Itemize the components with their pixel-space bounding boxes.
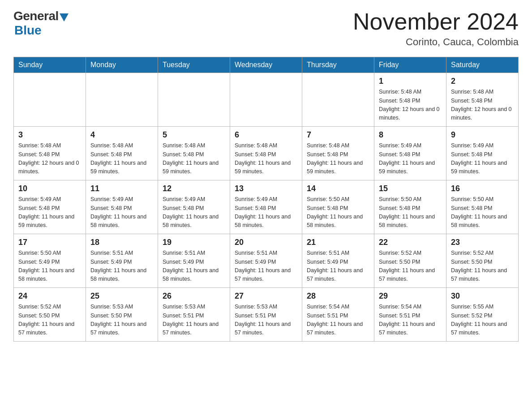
day-number: 16 (451, 184, 514, 193)
calendar-cell: 21Sunrise: 5:51 AM Sunset: 5:49 PM Dayli… (302, 234, 374, 288)
day-info: Sunrise: 5:52 AM Sunset: 5:50 PM Dayligh… (379, 249, 442, 284)
calendar-cell: 13Sunrise: 5:49 AM Sunset: 5:48 PM Dayli… (230, 180, 302, 234)
day-number: 25 (90, 291, 153, 301)
weekday-header-thursday: Thursday (302, 57, 374, 73)
day-number: 21 (307, 238, 369, 247)
logo-general-text: General (13, 9, 59, 23)
day-number: 26 (163, 291, 225, 301)
day-number: 5 (163, 130, 225, 140)
calendar-cell: 23Sunrise: 5:52 AM Sunset: 5:50 PM Dayli… (446, 234, 519, 288)
calendar-cell (158, 73, 230, 127)
weekday-header-tuesday: Tuesday (158, 57, 230, 73)
weekday-header-monday: Monday (86, 57, 158, 73)
location-subtitle: Corinto, Cauca, Colombia (353, 36, 519, 48)
day-info: Sunrise: 5:48 AM Sunset: 5:48 PM Dayligh… (451, 88, 514, 123)
calendar-week-row: 10Sunrise: 5:49 AM Sunset: 5:48 PM Dayli… (14, 180, 519, 234)
day-number: 23 (451, 238, 514, 247)
day-number: 29 (379, 291, 442, 301)
day-info: Sunrise: 5:48 AM Sunset: 5:48 PM Dayligh… (307, 141, 369, 176)
day-number: 1 (379, 77, 442, 86)
day-info: Sunrise: 5:50 AM Sunset: 5:48 PM Dayligh… (307, 195, 369, 230)
day-number: 12 (163, 184, 225, 193)
day-info: Sunrise: 5:51 AM Sunset: 5:49 PM Dayligh… (235, 249, 297, 284)
calendar-cell: 17Sunrise: 5:50 AM Sunset: 5:49 PM Dayli… (14, 234, 86, 288)
calendar-cell (86, 73, 158, 127)
day-number: 30 (451, 291, 514, 301)
day-info: Sunrise: 5:53 AM Sunset: 5:50 PM Dayligh… (90, 303, 153, 338)
calendar-cell: 3Sunrise: 5:48 AM Sunset: 5:48 PM Daylig… (14, 127, 86, 180)
day-info: Sunrise: 5:48 AM Sunset: 5:48 PM Dayligh… (235, 141, 297, 176)
calendar-cell: 15Sunrise: 5:50 AM Sunset: 5:48 PM Dayli… (374, 180, 446, 234)
day-info: Sunrise: 5:53 AM Sunset: 5:51 PM Dayligh… (235, 303, 297, 338)
day-info: Sunrise: 5:48 AM Sunset: 5:48 PM Dayligh… (18, 141, 81, 176)
calendar-cell: 10Sunrise: 5:49 AM Sunset: 5:48 PM Dayli… (14, 180, 86, 234)
page-header: General Blue November 2024 Corinto, Cauc… (13, 9, 519, 48)
day-info: Sunrise: 5:49 AM Sunset: 5:48 PM Dayligh… (235, 195, 297, 230)
day-number: 18 (90, 238, 153, 247)
calendar-table: SundayMondayTuesdayWednesdayThursdayFrid… (13, 57, 519, 342)
calendar-cell: 7Sunrise: 5:48 AM Sunset: 5:48 PM Daylig… (302, 127, 374, 180)
day-info: Sunrise: 5:51 AM Sunset: 5:49 PM Dayligh… (90, 249, 153, 284)
day-info: Sunrise: 5:52 AM Sunset: 5:50 PM Dayligh… (18, 303, 81, 338)
calendar-cell: 12Sunrise: 5:49 AM Sunset: 5:48 PM Dayli… (158, 180, 230, 234)
calendar-cell: 9Sunrise: 5:49 AM Sunset: 5:48 PM Daylig… (446, 127, 519, 180)
day-info: Sunrise: 5:49 AM Sunset: 5:48 PM Dayligh… (90, 195, 153, 230)
calendar-cell: 20Sunrise: 5:51 AM Sunset: 5:49 PM Dayli… (230, 234, 302, 288)
day-info: Sunrise: 5:48 AM Sunset: 5:48 PM Dayligh… (163, 141, 225, 176)
day-number: 4 (90, 130, 153, 140)
calendar-cell: 14Sunrise: 5:50 AM Sunset: 5:48 PM Dayli… (302, 180, 374, 234)
calendar-cell: 19Sunrise: 5:51 AM Sunset: 5:49 PM Dayli… (158, 234, 230, 288)
day-info: Sunrise: 5:49 AM Sunset: 5:48 PM Dayligh… (451, 141, 514, 176)
calendar-cell: 18Sunrise: 5:51 AM Sunset: 5:49 PM Dayli… (86, 234, 158, 288)
calendar-cell: 1Sunrise: 5:48 AM Sunset: 5:48 PM Daylig… (374, 73, 446, 127)
day-info: Sunrise: 5:54 AM Sunset: 5:51 PM Dayligh… (307, 303, 369, 338)
day-number: 27 (235, 291, 297, 301)
calendar-cell (302, 73, 374, 127)
calendar-cell (230, 73, 302, 127)
day-info: Sunrise: 5:49 AM Sunset: 5:48 PM Dayligh… (163, 195, 225, 230)
title-block: November 2024 Corinto, Cauca, Colombia (353, 9, 519, 48)
calendar-cell: 28Sunrise: 5:54 AM Sunset: 5:51 PM Dayli… (302, 288, 374, 342)
day-number: 11 (90, 184, 153, 193)
weekday-header-friday: Friday (374, 57, 446, 73)
calendar-week-row: 1Sunrise: 5:48 AM Sunset: 5:48 PM Daylig… (14, 73, 519, 127)
day-number: 17 (18, 238, 81, 247)
weekday-header-saturday: Saturday (446, 57, 519, 73)
calendar-cell: 16Sunrise: 5:50 AM Sunset: 5:48 PM Dayli… (446, 180, 519, 234)
day-info: Sunrise: 5:48 AM Sunset: 5:48 PM Dayligh… (379, 88, 442, 123)
day-number: 9 (451, 130, 514, 140)
day-number: 13 (235, 184, 297, 193)
calendar-cell: 26Sunrise: 5:53 AM Sunset: 5:51 PM Dayli… (158, 288, 230, 342)
day-info: Sunrise: 5:49 AM Sunset: 5:48 PM Dayligh… (18, 195, 81, 230)
calendar-cell: 2Sunrise: 5:48 AM Sunset: 5:48 PM Daylig… (446, 73, 519, 127)
day-info: Sunrise: 5:49 AM Sunset: 5:48 PM Dayligh… (379, 141, 442, 176)
day-info: Sunrise: 5:48 AM Sunset: 5:48 PM Dayligh… (90, 141, 153, 176)
calendar-cell: 30Sunrise: 5:55 AM Sunset: 5:52 PM Dayli… (446, 288, 519, 342)
day-number: 28 (307, 291, 369, 301)
day-number: 6 (235, 130, 297, 140)
day-number: 15 (379, 184, 442, 193)
calendar-cell: 27Sunrise: 5:53 AM Sunset: 5:51 PM Dayli… (230, 288, 302, 342)
day-number: 24 (18, 291, 81, 301)
day-info: Sunrise: 5:55 AM Sunset: 5:52 PM Dayligh… (451, 303, 514, 338)
calendar-cell: 6Sunrise: 5:48 AM Sunset: 5:48 PM Daylig… (230, 127, 302, 180)
day-number: 7 (307, 130, 369, 140)
logo-blue-text: Blue (14, 23, 42, 38)
calendar-cell: 4Sunrise: 5:48 AM Sunset: 5:48 PM Daylig… (86, 127, 158, 180)
calendar-cell: 5Sunrise: 5:48 AM Sunset: 5:48 PM Daylig… (158, 127, 230, 180)
day-number: 8 (379, 130, 442, 140)
day-info: Sunrise: 5:50 AM Sunset: 5:49 PM Dayligh… (18, 249, 81, 284)
day-info: Sunrise: 5:50 AM Sunset: 5:48 PM Dayligh… (451, 195, 514, 230)
day-number: 19 (163, 238, 225, 247)
calendar-cell: 11Sunrise: 5:49 AM Sunset: 5:48 PM Dayli… (86, 180, 158, 234)
calendar-cell: 22Sunrise: 5:52 AM Sunset: 5:50 PM Dayli… (374, 234, 446, 288)
weekday-header-sunday: Sunday (14, 57, 86, 73)
logo-triangle-icon (60, 13, 69, 21)
day-number: 14 (307, 184, 369, 193)
day-number: 2 (451, 77, 514, 86)
day-number: 22 (379, 238, 442, 247)
calendar-header-row: SundayMondayTuesdayWednesdayThursdayFrid… (14, 57, 519, 73)
logo: General Blue (13, 9, 69, 38)
month-year-title: November 2024 (353, 9, 519, 34)
calendar-cell: 25Sunrise: 5:53 AM Sunset: 5:50 PM Dayli… (86, 288, 158, 342)
